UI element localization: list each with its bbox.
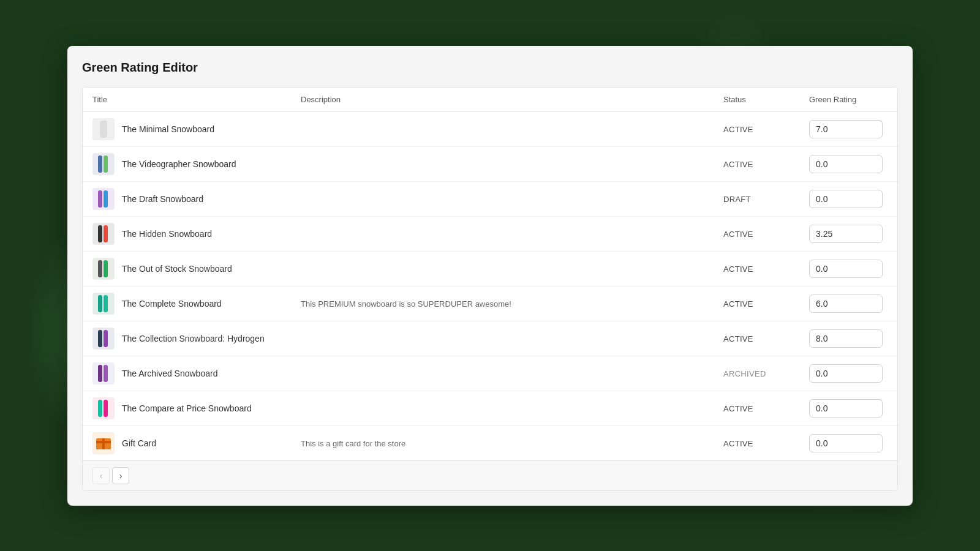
- svg-rect-7: [98, 260, 102, 277]
- green-rating-input[interactable]: [809, 260, 883, 278]
- status-badge: ACTIVE: [723, 160, 753, 169]
- status-badge: ACTIVE: [723, 264, 753, 274]
- green-rating-input[interactable]: [809, 120, 883, 138]
- green-rating-input[interactable]: [809, 364, 883, 383]
- product-rating-cell[interactable]: [799, 251, 897, 286]
- col-header-status: Status: [714, 88, 799, 112]
- product-description-cell: [291, 251, 714, 286]
- product-thumbnail: [92, 397, 115, 419]
- product-title-cell: The Archived Snowboard: [83, 356, 291, 391]
- product-status-cell: ACTIVE: [714, 251, 799, 286]
- product-thumbnail: [92, 432, 115, 454]
- svg-rect-11: [98, 330, 102, 347]
- product-rating-cell[interactable]: [799, 146, 897, 181]
- product-title-cell: The Complete Snowboard: [83, 286, 291, 321]
- prev-page-button[interactable]: ‹: [92, 467, 110, 484]
- table-row: The Archived Snowboard ARCHIVED: [83, 356, 897, 391]
- svg-rect-12: [104, 330, 108, 347]
- svg-rect-16: [104, 400, 108, 417]
- green-rating-input[interactable]: [809, 399, 883, 418]
- product-description-cell: [291, 321, 714, 356]
- table-row: The Collection Snowboard: Hydrogen ACTIV…: [83, 321, 897, 356]
- svg-rect-6: [104, 225, 108, 242]
- product-title-cell: The Minimal Snowboard: [83, 111, 291, 146]
- product-title-cell: The Draft Snowboard: [83, 181, 291, 216]
- product-thumbnail: [92, 153, 115, 175]
- green-rating-input[interactable]: [809, 225, 883, 243]
- product-name: The Draft Snowboard: [122, 194, 203, 204]
- product-thumbnail: [92, 118, 115, 140]
- svg-rect-5: [98, 225, 102, 242]
- table-header-row: Title Description Status Green Rating: [83, 88, 897, 112]
- green-rating-input[interactable]: [809, 155, 883, 173]
- product-rating-cell[interactable]: [799, 321, 897, 356]
- product-status-cell: ACTIVE: [714, 286, 799, 321]
- product-rating-cell[interactable]: [799, 286, 897, 321]
- status-badge: ACTIVE: [723, 125, 753, 134]
- product-name: The Out of Stock Snowboard: [122, 264, 232, 274]
- status-badge: ACTIVE: [723, 299, 753, 309]
- svg-rect-15: [98, 400, 102, 417]
- product-thumbnail: [92, 293, 115, 315]
- product-rating-cell[interactable]: [799, 216, 897, 251]
- svg-rect-3: [98, 190, 102, 208]
- products-table: Title Description Status Green Rating Th…: [83, 88, 897, 460]
- product-status-cell: ACTIVE: [714, 146, 799, 181]
- product-rating-cell[interactable]: [799, 425, 897, 460]
- green-rating-input[interactable]: [809, 329, 883, 348]
- product-status-cell: ACTIVE: [714, 425, 799, 460]
- product-rating-cell[interactable]: [799, 356, 897, 391]
- product-title-cell: The Videographer Snowboard: [83, 146, 291, 181]
- green-rating-input[interactable]: [809, 190, 883, 208]
- product-rating-cell[interactable]: [799, 391, 897, 425]
- product-name: The Hidden Snowboard: [122, 229, 212, 239]
- table-row: Gift Card This is a gift card for the st…: [83, 425, 897, 460]
- table-row: The Minimal Snowboard ACTIVE: [83, 111, 897, 146]
- svg-rect-0: [100, 121, 107, 138]
- product-status-cell: ACTIVE: [714, 216, 799, 251]
- next-page-button[interactable]: ›: [112, 467, 129, 484]
- table-row: The Complete Snowboard This PREMIUM snow…: [83, 286, 897, 321]
- table-container: Title Description Status Green Rating Th…: [82, 87, 898, 491]
- table-row: The Hidden Snowboard ACTIVE: [83, 216, 897, 251]
- product-thumbnail: [92, 328, 115, 350]
- svg-rect-14: [104, 365, 108, 382]
- product-thumbnail: [92, 362, 115, 384]
- product-name: The Archived Snowboard: [122, 369, 217, 378]
- product-title-cell: The Collection Snowboard: Hydrogen: [83, 321, 291, 356]
- product-description-cell: [291, 146, 714, 181]
- product-rating-cell[interactable]: [799, 111, 897, 146]
- product-description-cell: [291, 111, 714, 146]
- product-title-cell: The Out of Stock Snowboard: [83, 251, 291, 286]
- product-name: The Minimal Snowboard: [122, 124, 214, 134]
- col-header-description: Description: [291, 88, 714, 112]
- table-row: The Draft Snowboard DRAFT: [83, 181, 897, 216]
- green-rating-input[interactable]: [809, 434, 883, 452]
- product-description-cell: This is a gift card for the store: [291, 425, 714, 460]
- status-badge: ACTIVE: [723, 439, 753, 448]
- product-name: The Compare at Price Snowboard: [122, 403, 252, 413]
- svg-rect-10: [104, 295, 108, 312]
- table-row: The Out of Stock Snowboard ACTIVE: [83, 251, 897, 286]
- svg-rect-13: [98, 365, 102, 382]
- col-header-title: Title: [83, 88, 291, 112]
- svg-rect-8: [104, 260, 108, 277]
- product-description: This PREMIUM snowboard is so SUPERDUPER …: [301, 299, 511, 309]
- product-status-cell: ACTIVE: [714, 111, 799, 146]
- product-description-cell: [291, 216, 714, 251]
- svg-rect-9: [98, 295, 102, 312]
- product-thumbnail: [92, 258, 115, 280]
- status-badge: ACTIVE: [723, 404, 753, 413]
- svg-rect-19: [102, 438, 105, 449]
- status-badge: ACTIVE: [723, 230, 753, 239]
- product-description-cell: [291, 391, 714, 425]
- pagination: ‹ ›: [83, 460, 897, 490]
- main-window: Green Rating Editor Title Description St…: [67, 46, 913, 506]
- product-name: The Complete Snowboard: [122, 299, 222, 309]
- product-rating-cell[interactable]: [799, 181, 897, 216]
- product-description-cell: [291, 356, 714, 391]
- product-status-cell: ACTIVE: [714, 391, 799, 425]
- green-rating-input[interactable]: [809, 294, 883, 313]
- product-status-cell: DRAFT: [714, 181, 799, 216]
- product-status-cell: ACTIVE: [714, 321, 799, 356]
